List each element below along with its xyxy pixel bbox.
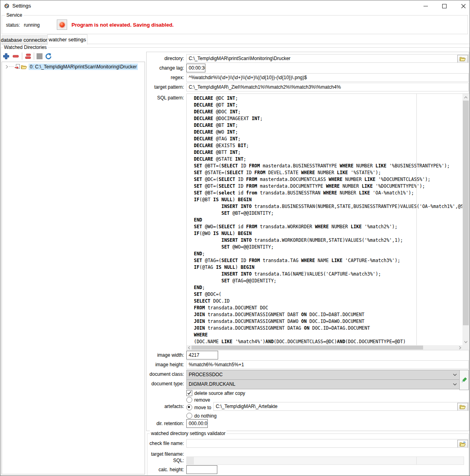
stop-square-icon: [37, 53, 43, 59]
delete-source-row[interactable]: delete source after copy: [186, 390, 245, 396]
artefacts-browse-button[interactable]: [457, 403, 468, 411]
toolbar-separator: [34, 52, 34, 60]
folder-icon: [460, 56, 466, 61]
watcher-doc-icon: [15, 64, 20, 69]
delete-source-checkbox[interactable]: [186, 390, 192, 396]
artefacts-option-do-nothing[interactable]: do nothing: [186, 412, 217, 419]
dir-retention-value: 000.00:01: [189, 421, 208, 426]
status-value: running: [24, 22, 40, 28]
delete-source-label: delete source after copy: [194, 391, 245, 396]
maximize-button[interactable]: [435, 0, 453, 12]
directory-browse-button[interactable]: [457, 55, 468, 63]
tree-item-label[interactable]: 0: C:\_Temp\digMAR\printScan\Monitoring\…: [29, 64, 138, 70]
check-file-name-label: check file name:: [147, 439, 184, 448]
service-stop-button[interactable]: [57, 19, 67, 30]
artefacts-label: artefacts:: [147, 402, 184, 411]
sql-pattern-editor[interactable]: DECLARE @DC INT;DECLARE @DT INT;DECLARE …: [186, 93, 470, 350]
artefacts-option-move-to[interactable]: move to: [186, 404, 211, 411]
edit-document-types-button[interactable]: [459, 370, 469, 390]
scroll-up-arrow[interactable]: [462, 94, 469, 101]
image-width-value: 4217: [189, 352, 199, 358]
settings-gear-icon: [4, 3, 10, 9]
image-height-field[interactable]: %match6%-%match5%+1: [186, 360, 469, 369]
scroll-left-arrow[interactable]: [187, 345, 191, 350]
calc-height-field[interactable]: [186, 465, 217, 474]
tree-connector: [9, 66, 14, 67]
directory-field[interactable]: C:\_Temp\digMAR\printScan\Monitoring\Dru…: [186, 54, 469, 63]
tree-item-0[interactable]: 0: C:\_Temp\digMAR\printScan\Monitoring\…: [2, 63, 145, 70]
remove-radio[interactable]: [186, 397, 192, 403]
minimize-button[interactable]: [417, 0, 434, 12]
target-pattern-value: C:\_Temp\digMAR\_Ziel\%match1%\%match2%\…: [189, 84, 341, 90]
remove-all-button[interactable]: [24, 52, 32, 60]
do-nothing-radio[interactable]: [186, 413, 192, 419]
service-legend: Service: [5, 12, 23, 18]
tab-watcher-settings[interactable]: watcher settings: [47, 34, 87, 45]
validator-groupbox: watched directory settings validator che…: [147, 433, 469, 476]
calc-height-label: calc. height:: [147, 465, 184, 474]
move-to-radio[interactable]: [186, 404, 192, 410]
sql-pattern-label: SQL pattern:: [147, 93, 184, 102]
close-button[interactable]: [455, 0, 470, 12]
watched-directories-legend: Watched Directories: [3, 45, 48, 50]
directory-label: directory:: [147, 54, 184, 63]
validator-sql-gutter: [187, 457, 194, 464]
target-pattern-label: target pattern:: [147, 83, 184, 91]
add-directory-button[interactable]: [2, 52, 10, 60]
tab-label: database connection: [1, 37, 48, 43]
document-class-value: PROCESSDOC: [189, 372, 222, 377]
document-type-value: DIGMAR.DRUCKANL: [189, 381, 235, 387]
target-pattern-field[interactable]: C:\_Temp\digMAR\_Ziel\%match1%\%match2%\…: [186, 83, 469, 91]
check-file-name-field[interactable]: [186, 439, 469, 448]
document-type-combo[interactable]: DIGMAR.DRUCKANL: [186, 379, 460, 389]
artefacts-option-remove[interactable]: remove: [186, 396, 210, 403]
vertical-scrollbar[interactable]: [462, 94, 469, 345]
elevation-warning-text: Program is not elevated. Saving disabled…: [72, 22, 174, 28]
tab-database-connection[interactable]: database connection: [2, 35, 48, 45]
watched-directories-tree[interactable]: 0: C:\_Temp\digMAR\printScan\Monitoring\…: [2, 62, 145, 474]
artefacts-path-field[interactable]: C:\_Temp\digMAR\_Artefakte: [213, 402, 469, 411]
do-nothing-label: do nothing: [194, 413, 217, 419]
validator-sql-margin-guide: [416, 457, 417, 464]
validator-sql-field: [186, 457, 464, 465]
remove-label: remove: [194, 397, 210, 403]
scroll-right-arrow[interactable]: [458, 345, 462, 350]
artefacts-path-value: C:\_Temp\digMAR\_Artefakte: [216, 404, 277, 409]
expand-chevron-icon[interactable]: [5, 65, 8, 69]
open-folder-icon: [460, 441, 466, 447]
refresh-icon: [44, 52, 52, 60]
remove-all-icon: [24, 52, 32, 60]
vertical-scroll-thumb[interactable]: [463, 101, 469, 325]
dir-retention-label: dir. retention:: [147, 419, 184, 428]
regex-value: ^%watchdir%\\(\d+)\\(\d+)\\(\d+)\\((\d{1…: [189, 75, 307, 80]
horizontal-scrollbar[interactable]: [187, 345, 462, 350]
image-height-label: image height:: [147, 360, 184, 369]
document-class-label: document class:: [147, 370, 184, 379]
check-file-browse-button[interactable]: [457, 440, 468, 448]
tab-label: watcher settings: [49, 37, 86, 43]
check-icon: [187, 391, 192, 396]
image-height-value: %match6%-%match5%+1: [189, 362, 244, 367]
folder-icon: [460, 404, 466, 409]
plus-icon: [2, 52, 10, 60]
move-to-label: move to: [194, 405, 211, 410]
refresh-button[interactable]: [44, 52, 52, 60]
image-width-field[interactable]: 4217: [186, 351, 218, 359]
status-label: status:: [6, 22, 20, 28]
remove-directory-button[interactable]: [12, 52, 19, 60]
change-lag-field[interactable]: 00:00:30: [186, 64, 205, 72]
title-bar[interactable]: Settings: [0, 0, 470, 12]
regex-field[interactable]: ^%watchdir%\\(\d+)\\(\d+)\\(\d+)\\((\d{1…: [186, 73, 469, 82]
dir-retention-field[interactable]: 000.00:01: [186, 419, 208, 428]
document-class-combo[interactable]: PROCESSDOC: [186, 370, 460, 380]
stop-watcher-button[interactable]: [35, 52, 43, 60]
chevron-down-icon: [453, 373, 457, 376]
chevron-down-icon: [453, 383, 457, 386]
sql-pattern-code[interactable]: DECLARE @DC INT;DECLARE @DT INT;DECLARE …: [187, 94, 462, 345]
horizontal-scroll-thumb[interactable]: [191, 346, 423, 350]
scroll-down-arrow[interactable]: [462, 338, 469, 345]
minus-icon: [12, 52, 19, 60]
watcher-settings-panel: directory: C:\_Temp\digMAR\printScan\Mon…: [146, 52, 469, 431]
folder-icon: [21, 64, 27, 69]
window-title: Settings: [12, 0, 31, 12]
